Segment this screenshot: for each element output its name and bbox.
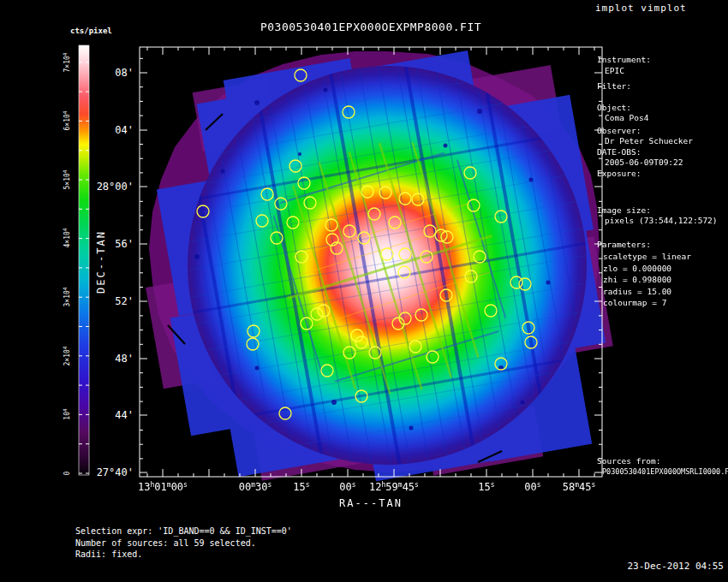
selection-count: Number of sources: all 59 selected. [75, 538, 256, 548]
tick-label-seg: 45 [579, 481, 591, 493]
colorbar-tick-label: 5×104 [63, 170, 71, 190]
x-tick-label: 15s [293, 481, 309, 493]
exposure-label: Exposure: [597, 169, 641, 178]
y-tick-label: 08' [82, 67, 134, 79]
tick-label-seg: 00 [239, 481, 251, 493]
tick-label-seg: 7×10 [63, 56, 71, 72]
exposure-image [129, 16, 642, 515]
tick-label-sup: 4 [62, 288, 68, 291]
colorbar-tick-label: 104 [63, 408, 71, 419]
tick-label-seg: 4×10 [63, 231, 71, 247]
object-label: Object: [597, 103, 631, 112]
tick-label-sup: 4 [62, 170, 68, 174]
colorbar-tick-label: 7×104 [63, 53, 71, 73]
observer-label: Observer: [597, 126, 641, 135]
colorbar-tick-label: 6×104 [63, 111, 71, 131]
tick-label-sup: 4 [62, 408, 68, 412]
y-tick-label: 28°00' [82, 181, 134, 193]
sources-file: P0300530401EPX000OMSRLI0000.F [602, 467, 728, 476]
tick-label-sup: h [382, 481, 386, 489]
tick-label-seg: 15 [478, 481, 490, 493]
image-size-label: Image size: [597, 205, 651, 215]
observer-value: Dr Peter Schuecker [605, 136, 693, 146]
colorbar-unit-label: cts/pixel [70, 27, 112, 35]
tick-label-sup: 4 [62, 111, 68, 115]
colorbar-tick-label: 2×104 [63, 347, 71, 366]
x-tick-label: 15s [478, 481, 494, 493]
colorbar-tick-label: 4×104 [63, 229, 71, 248]
selection-radii: Radii: fixed. [75, 549, 142, 559]
date-obs-value: 2005-06-09T09:22 [605, 157, 683, 167]
x-tick-label: 00s [524, 481, 540, 493]
image-size-value: pixels (73:544,122:572) [605, 216, 718, 225]
y-tick-label: 52' [82, 295, 134, 307]
tick-label-seg: 3×10 [63, 290, 71, 306]
x-tick-label: 00m30s [239, 481, 272, 493]
implot-window: implot vimplot P0300530401EPX000OEXPMP80… [0, 0, 728, 582]
instrument-value: EPIC [605, 66, 624, 75]
x-axis-title: RA---TAN [140, 497, 602, 509]
tick-label-sup: 4 [62, 347, 68, 350]
object-value: Coma Pos4 [605, 113, 648, 122]
tick-label-sup: s [183, 481, 188, 489]
tick-label-sup: m [575, 481, 579, 489]
date-obs-label: DATE-OBS: [597, 147, 641, 157]
app-name: implot vimplot [595, 3, 687, 14]
tick-label-seg: 45 [403, 481, 415, 493]
tick-label-sup: s [591, 481, 595, 489]
y-tick-label: 27°40' [82, 466, 134, 478]
plot-title: P0300530401EPX000OEXPMP8000.FIT [140, 21, 602, 33]
timestamp: 23-Dec-2012 04:55 [627, 561, 724, 572]
param-zlo: zlo = 0.000000 [603, 264, 671, 273]
parameters-label: Parameters: [597, 240, 651, 249]
instrument-label: Instrument: [597, 55, 651, 64]
tick-label-seg: 10 [63, 412, 71, 420]
colorbar-tick-label: 0 [63, 472, 71, 476]
x-tick-label: 00s [339, 481, 355, 493]
tick-label-sup: s [415, 481, 419, 489]
tick-label-seg: 12 [369, 481, 381, 493]
sources-from-label: Sources from: [597, 456, 660, 466]
tick-label-seg: 00 [524, 481, 536, 493]
tick-label-seg: 15 [293, 481, 305, 493]
selection-expr: Selection expr: 'ID_BAND==0 && ID_INST==… [75, 526, 292, 536]
tick-label-sup: h [151, 481, 155, 489]
tick-label-sup: m [398, 481, 403, 489]
tick-label-seg: 59 [385, 481, 397, 493]
y-axis-title: DEC--TAN [95, 230, 107, 294]
tick-label-seg: 5×10 [63, 173, 71, 189]
tick-label-seg: 2×10 [63, 349, 71, 365]
tick-label-seg: 00 [171, 481, 183, 493]
param-radius: radius = 15.00 [603, 287, 671, 296]
tick-label-sup: s [537, 481, 541, 489]
tick-label-sup: 4 [62, 53, 68, 56]
tick-label-seg: 00 [339, 481, 351, 493]
tick-label-sup: s [491, 481, 495, 489]
tick-label-seg: 13 [138, 481, 150, 493]
param-scaletype: scaletype = linear [603, 252, 691, 261]
x-tick-label: 12h59m45s [369, 481, 419, 493]
tick-label-sup: m [251, 481, 255, 489]
y-tick-label: 56' [82, 238, 134, 250]
y-tick-label: 48' [82, 353, 134, 365]
x-tick-label: 58m45s [563, 481, 596, 493]
tick-label-seg: 6×10 [63, 114, 71, 130]
param-zhi: zhi = 0.998000 [603, 275, 671, 284]
tick-label-seg: 01 [154, 481, 166, 493]
tick-label-seg: 0 [63, 472, 71, 476]
tick-label-seg: 30 [255, 481, 267, 493]
tick-label-sup: s [306, 481, 310, 489]
tick-label-sup: s [267, 481, 272, 489]
x-tick-label: 13h01m00s [138, 481, 188, 493]
filter-label: Filter: [597, 81, 631, 91]
y-tick-label: 04' [82, 124, 134, 136]
colorbar-tick-label: 3×104 [63, 288, 71, 307]
param-colourmap: colourmap = 7 [603, 298, 666, 307]
tick-label-sup: m [167, 481, 171, 489]
tick-label-seg: 58 [563, 481, 575, 493]
y-tick-label: 44' [82, 409, 134, 421]
tick-label-sup: s [352, 481, 356, 489]
tick-label-sup: 4 [62, 229, 68, 232]
